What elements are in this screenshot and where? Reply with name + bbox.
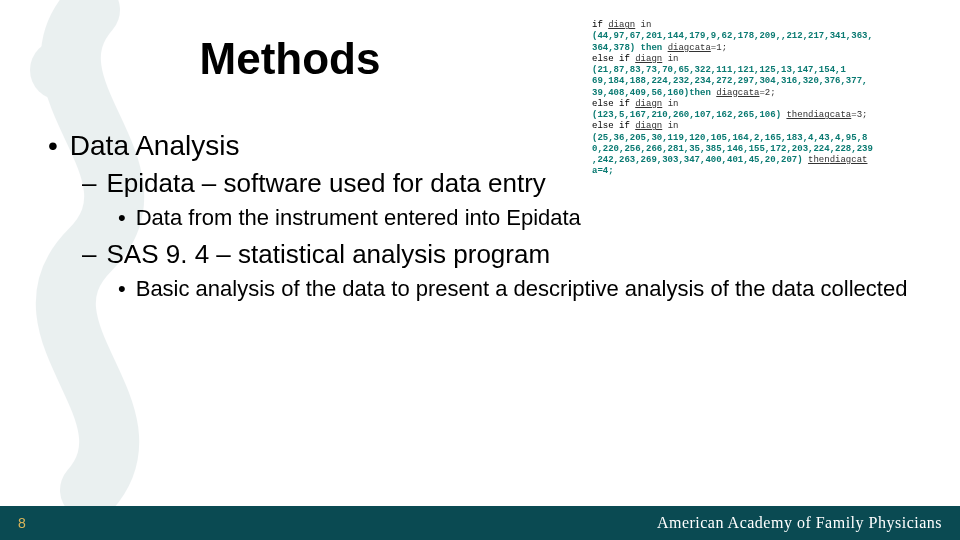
slide-body: Data Analysis Epidata – software used fo… (48, 120, 930, 310)
bullet-l2: SAS 9. 4 – statistical analysis program (82, 239, 930, 270)
bullet-l2: Epidata – software used for data entry (82, 168, 930, 199)
slide: Methods if diagn in (44,97,67,201,144,17… (0, 0, 960, 540)
slide-number: 8 (18, 515, 26, 531)
brand-text: American Academy of Family Physicians (657, 514, 942, 532)
bullet-l1: Data Analysis (48, 130, 930, 162)
bullet-l3: Basic analysis of the data to present a … (118, 276, 930, 302)
footer-bar: 8 American Academy of Family Physicians (0, 506, 960, 540)
slide-title: Methods (0, 34, 580, 84)
bullet-l3: Data from the instrument entered into Ep… (118, 205, 930, 231)
